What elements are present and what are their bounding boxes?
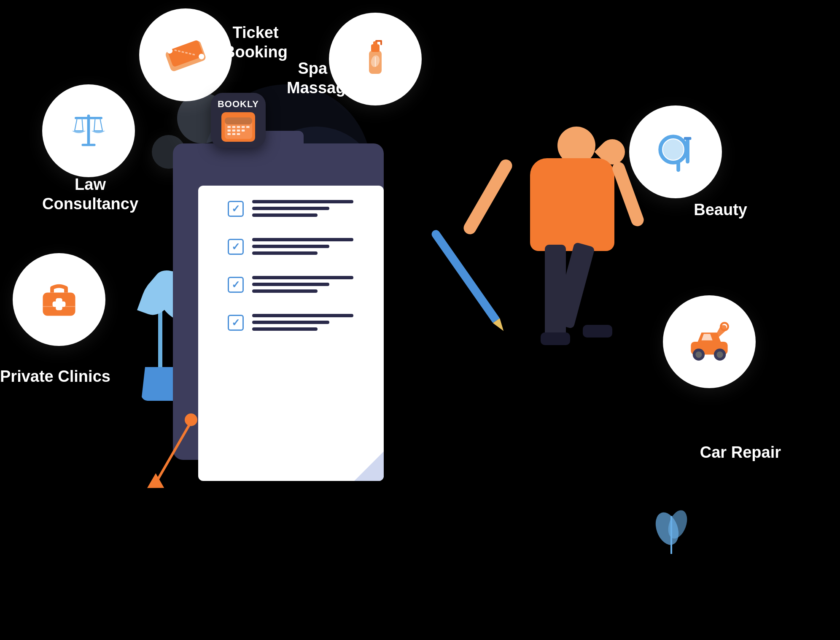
svg-rect-41 bbox=[241, 126, 244, 128]
svg-rect-47 bbox=[227, 133, 230, 135]
svg-rect-24 bbox=[686, 138, 689, 164]
label-car-text: Car Repair bbox=[700, 443, 781, 461]
line-3a bbox=[252, 276, 353, 279]
circle-private bbox=[13, 253, 105, 346]
line-4c bbox=[252, 327, 318, 331]
person-illustration bbox=[452, 127, 629, 456]
line-4a bbox=[252, 314, 353, 317]
check-lines-3 bbox=[252, 274, 371, 296]
svg-line-14 bbox=[75, 119, 77, 131]
clipboard: ✓ ✓ bbox=[160, 118, 396, 464]
svg-line-19 bbox=[100, 119, 103, 131]
check-lines-4 bbox=[252, 312, 371, 334]
label-law-line1: Law bbox=[75, 176, 106, 193]
svg-rect-7 bbox=[373, 41, 377, 46]
circle-car bbox=[663, 295, 756, 388]
svg-rect-44 bbox=[232, 130, 235, 132]
svg-line-16 bbox=[82, 119, 83, 131]
label-ticket: Ticket Booking bbox=[223, 23, 288, 62]
label-spa-line2: Massage bbox=[287, 79, 355, 97]
svg-rect-13 bbox=[75, 117, 102, 119]
checklist-item-1: ✓ bbox=[228, 198, 371, 220]
clipboard-paper: ✓ ✓ bbox=[198, 186, 384, 481]
svg-rect-37 bbox=[225, 117, 252, 124]
svg-rect-43 bbox=[227, 130, 230, 132]
pencil-tip bbox=[493, 318, 507, 333]
checkbox-4: ✓ bbox=[228, 315, 244, 331]
label-beauty-text: Beauty bbox=[694, 201, 747, 219]
svg-rect-40 bbox=[237, 126, 240, 128]
line-1a bbox=[252, 200, 353, 203]
checkbox-2: ✓ bbox=[228, 239, 244, 255]
person-shoe-left bbox=[541, 332, 570, 345]
svg-line-17 bbox=[94, 119, 95, 131]
arrow bbox=[190, 422, 192, 489]
checkmark-2: ✓ bbox=[232, 241, 240, 253]
checklist-item-3: ✓ bbox=[228, 274, 371, 296]
svg-rect-20 bbox=[82, 144, 96, 146]
svg-rect-39 bbox=[232, 126, 235, 128]
check-lines-2 bbox=[252, 236, 371, 258]
person-arm-left bbox=[461, 157, 514, 237]
label-beauty: Beauty bbox=[694, 200, 747, 220]
label-ticket-line1: Ticket bbox=[232, 24, 278, 41]
line-1b bbox=[252, 207, 329, 210]
line-3c bbox=[252, 289, 318, 293]
line-2b bbox=[252, 245, 329, 248]
circle-law bbox=[42, 84, 135, 177]
svg-rect-45 bbox=[237, 130, 240, 132]
svg-rect-46 bbox=[241, 130, 244, 132]
svg-point-22 bbox=[663, 139, 683, 159]
svg-rect-23 bbox=[676, 160, 680, 172]
checkmark-4: ✓ bbox=[232, 317, 240, 329]
svg-point-32 bbox=[695, 351, 702, 358]
svg-rect-48 bbox=[232, 133, 235, 135]
svg-rect-42 bbox=[246, 126, 249, 128]
svg-rect-38 bbox=[227, 126, 230, 128]
line-3b bbox=[252, 283, 329, 286]
label-private: Private Clinics bbox=[0, 367, 110, 386]
label-law: Law Consultancy bbox=[42, 175, 138, 213]
line-4b bbox=[252, 321, 329, 324]
check-lines-1 bbox=[252, 198, 371, 220]
circle-beauty bbox=[629, 105, 722, 198]
line-2a bbox=[252, 238, 353, 241]
label-ticket-line2: Booking bbox=[223, 43, 288, 61]
line-1c bbox=[252, 213, 318, 217]
svg-rect-25 bbox=[684, 137, 692, 140]
bookly-title: BOOKLY bbox=[218, 99, 259, 110]
person-shoe-right bbox=[583, 325, 612, 338]
plant-small-right bbox=[654, 503, 688, 556]
label-spa: Spa & Massage bbox=[287, 59, 355, 97]
checkbox-3: ✓ bbox=[228, 277, 244, 293]
main-scene: Ticket Booking Spa & Massage Law Consult… bbox=[0, 0, 840, 640]
checkmark-3: ✓ bbox=[232, 279, 240, 291]
person-torso bbox=[530, 158, 614, 251]
clipboard-board: ✓ ✓ bbox=[173, 143, 384, 460]
checklist-item-4: ✓ bbox=[228, 312, 371, 334]
arrow-head bbox=[143, 473, 164, 495]
label-private-text: Private Clinics bbox=[0, 367, 110, 385]
label-law-line2: Consultancy bbox=[42, 195, 138, 213]
svg-point-34 bbox=[716, 351, 723, 358]
bookly-calendar bbox=[221, 112, 255, 142]
label-car: Car Repair bbox=[700, 443, 781, 462]
line-2c bbox=[252, 251, 318, 255]
label-spa-line1: Spa & bbox=[298, 59, 343, 77]
svg-rect-9 bbox=[380, 40, 382, 45]
checkmark-1: ✓ bbox=[232, 203, 240, 215]
circle-ticket bbox=[139, 8, 232, 101]
checklist-item-2: ✓ bbox=[228, 236, 371, 258]
svg-rect-49 bbox=[237, 133, 240, 135]
bookly-icon: BOOKLY bbox=[211, 93, 266, 148]
checkbox-1: ✓ bbox=[228, 201, 244, 217]
person-pencil bbox=[430, 228, 500, 323]
paper-fold bbox=[354, 451, 384, 481]
